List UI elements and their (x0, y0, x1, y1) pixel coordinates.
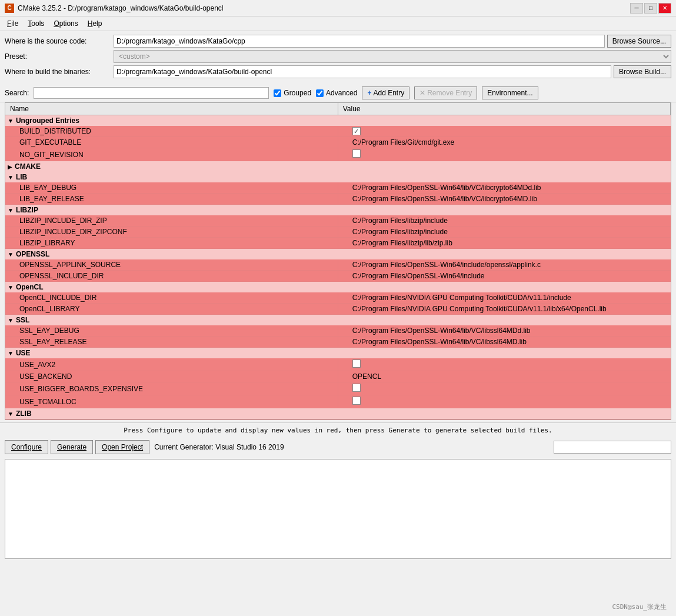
row-name: SSL_EAY_DEBUG (5, 325, 338, 337)
group-toggle-icon[interactable]: ▼ (8, 251, 14, 258)
group-toggle-icon[interactable]: ▼ (8, 174, 14, 181)
group-header[interactable]: ▼OPENSSL (5, 249, 671, 260)
menu-help[interactable]: Help (83, 18, 107, 29)
row-value[interactable]: C:/Program Files/OpenSSL-Win64/lib/VC/li… (338, 337, 670, 348)
generator-input[interactable] (554, 441, 671, 454)
table-row[interactable]: LIBZIP_INCLUDE_DIR_ZIPCONFC:/Program Fil… (5, 227, 671, 238)
table-row[interactable]: NO_GIT_REVISION (5, 148, 671, 161)
table-row[interactable]: USE_AVX2 (5, 358, 671, 371)
group-toggle-icon[interactable]: ▼ (8, 350, 14, 357)
table-row[interactable]: LIBZIP_INCLUDE_DIR_ZIPC:/Program Files/l… (5, 215, 671, 227)
preset-row: Preset: <custom> (5, 50, 671, 63)
generate-button[interactable]: Generate (51, 440, 93, 454)
remove-entry-button[interactable]: ✕ Remove Entry (414, 86, 477, 99)
row-value[interactable]: C:/Program Files/zlib/include (338, 419, 670, 420)
table-row[interactable]: SSL_EAY_DEBUGC:/Program Files/OpenSSL-Wi… (5, 325, 671, 337)
environment-button[interactable]: Environment... (482, 86, 538, 99)
table-row[interactable]: OPENSSL_APPLINK_SOURCEC:/Program Files/O… (5, 259, 671, 271)
row-value[interactable]: C:/Program Files/Git/cmd/git.exe (338, 137, 670, 148)
group-header[interactable]: ▼SSL (5, 315, 671, 326)
table-row[interactable]: LIB_EAY_RELEASEC:/Program Files/OpenSSL-… (5, 194, 671, 205)
row-value[interactable]: C:/Program Files/OpenSSL-Win64/include (338, 271, 670, 282)
row-name: OPENSSL_APPLINK_SOURCE (5, 259, 338, 271)
table-row[interactable]: BUILD_DISTRIBUTED (5, 126, 671, 137)
group-toggle-icon[interactable]: ▼ (8, 118, 14, 124)
row-checkbox[interactable] (352, 149, 361, 158)
preset-label: Preset: (5, 52, 114, 61)
build-input[interactable] (114, 65, 611, 78)
row-value[interactable]: C:/Program Files/OpenSSL-Win64/lib/VC/li… (338, 194, 670, 205)
row-name: ZLIB_INCLUDE_DIR (5, 419, 338, 420)
row-value[interactable]: C:/Program Files/OpenSSL-Win64/lib/VC/li… (338, 182, 670, 194)
table-row[interactable]: USE_BIGGER_BOARDS_EXPENSIVE (5, 382, 671, 395)
configure-button[interactable]: Configure (5, 440, 48, 454)
window-controls: ─ □ ✕ (630, 3, 671, 14)
row-checkbox[interactable] (352, 384, 361, 392)
row-name: NO_GIT_REVISION (5, 148, 338, 161)
table-row[interactable]: ZLIB_INCLUDE_DIRC:/Program Files/zlib/in… (5, 419, 671, 420)
group-header[interactable]: ▼Ungrouped Entries (5, 115, 671, 126)
row-name: OpenCL_INCLUDE_DIR (5, 292, 338, 304)
row-value[interactable] (338, 358, 670, 371)
group-header[interactable]: ▼LIBZIP (5, 205, 671, 216)
row-value[interactable]: C:/Program Files/libzip/include (338, 215, 670, 227)
group-header[interactable]: ▼OpenCL (5, 282, 671, 293)
advanced-checkbox[interactable] (316, 89, 324, 97)
row-value[interactable]: OPENCL (338, 371, 670, 382)
group-toggle-icon[interactable]: ▼ (8, 284, 14, 291)
source-input[interactable] (114, 35, 605, 48)
group-header[interactable]: ▼LIB (5, 172, 671, 182)
menu-file[interactable]: File (2, 18, 23, 29)
row-value[interactable] (338, 148, 670, 161)
browse-source-button[interactable]: Browse Source... (607, 35, 671, 48)
minimize-button[interactable]: ─ (630, 3, 643, 14)
table-row[interactable]: OPENSSL_INCLUDE_DIRC:/Program Files/Open… (5, 271, 671, 282)
browse-build-button[interactable]: Browse Build... (614, 65, 671, 78)
group-header[interactable]: ▼USE (5, 348, 671, 359)
row-value[interactable] (338, 126, 670, 137)
row-value[interactable]: C:/Program Files/OpenSSL-Win64/lib/VC/li… (338, 325, 670, 337)
preset-select[interactable]: <custom> (114, 50, 671, 63)
app-icon: C (5, 4, 14, 13)
row-value[interactable]: C:/Program Files/NVIDIA GPU Computing To… (338, 304, 670, 315)
row-value[interactable]: C:/Program Files/libzip/lib/zip.lib (338, 238, 670, 249)
menu-options[interactable]: Options (49, 18, 82, 29)
table-row[interactable]: USE_BACKENDOPENCL (5, 371, 671, 382)
row-name: OpenCL_LIBRARY (5, 304, 338, 315)
group-toggle-icon[interactable]: ▶ (8, 164, 12, 170)
add-entry-button[interactable]: + Add Entry (362, 86, 409, 99)
search-label: Search: (5, 89, 29, 97)
row-value[interactable]: C:/Program Files/OpenSSL-Win64/include/o… (338, 259, 670, 271)
open-project-button[interactable]: Open Project (95, 440, 149, 454)
row-value[interactable] (338, 382, 670, 395)
advanced-label: Advanced (326, 89, 357, 97)
table-row[interactable]: LIBZIP_LIBRARYC:/Program Files/libzip/li… (5, 238, 671, 249)
search-input[interactable] (34, 87, 269, 99)
close-button[interactable]: ✕ (658, 3, 671, 14)
row-name: LIB_EAY_RELEASE (5, 194, 338, 205)
group-header[interactable]: ▼ZLIB (5, 408, 671, 419)
status-text: Press Configure to update and display ne… (124, 427, 552, 434)
search-bar: Search: Grouped Advanced + Add Entry ✕ R… (0, 84, 676, 102)
table-row[interactable]: LIB_EAY_DEBUGC:/Program Files/OpenSSL-Wi… (5, 182, 671, 194)
row-value[interactable] (338, 395, 670, 408)
group-header[interactable]: ▶CMAKE (5, 161, 671, 172)
group-toggle-icon[interactable]: ▼ (8, 411, 14, 417)
advanced-checkbox-group: Advanced (316, 89, 357, 97)
grouped-checkbox[interactable] (274, 89, 281, 97)
row-value[interactable]: C:/Program Files/NVIDIA GPU Computing To… (338, 292, 670, 304)
menu-tools[interactable]: Tools (23, 18, 49, 29)
row-value[interactable]: C:/Program Files/libzip/include (338, 227, 670, 238)
table-row[interactable]: USE_TCMALLOC (5, 395, 671, 408)
group-toggle-icon[interactable]: ▼ (8, 317, 14, 324)
row-checkbox[interactable] (352, 127, 361, 135)
row-name: SSL_EAY_RELEASE (5, 337, 338, 348)
table-row[interactable]: SSL_EAY_RELEASEC:/Program Files/OpenSSL-… (5, 337, 671, 348)
table-row[interactable]: OpenCL_INCLUDE_DIRC:/Program Files/NVIDI… (5, 292, 671, 304)
row-checkbox[interactable] (352, 359, 361, 368)
row-checkbox[interactable] (352, 397, 361, 405)
maximize-button[interactable]: □ (644, 3, 657, 14)
table-row[interactable]: GIT_EXECUTABLEC:/Program Files/Git/cmd/g… (5, 137, 671, 148)
table-row[interactable]: OpenCL_LIBRARYC:/Program Files/NVIDIA GP… (5, 304, 671, 315)
group-toggle-icon[interactable]: ▼ (8, 207, 14, 214)
